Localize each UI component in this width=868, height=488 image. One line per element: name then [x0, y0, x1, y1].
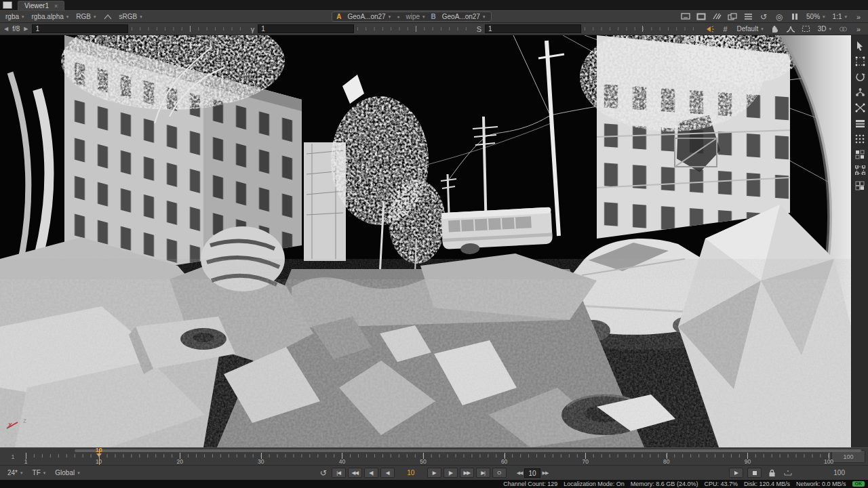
zoom-dropdown[interactable]: 50%▾	[804, 13, 827, 20]
lock-range-icon[interactable]	[766, 468, 778, 478]
stereo-modes-icon[interactable]	[837, 24, 849, 34]
saturation-input[interactable]	[485, 24, 581, 33]
gain-next-icon[interactable]: ▶	[23, 26, 28, 32]
wipe-center-icon[interactable]: ●	[397, 14, 399, 19]
rotate-view-icon[interactable]	[854, 70, 866, 83]
monitor-output-icon[interactable]	[679, 12, 692, 22]
gain-prev-icon[interactable]: ◀	[3, 26, 9, 32]
refresh-icon[interactable]: ↺	[757, 12, 770, 22]
playback-viewer-button[interactable]	[729, 468, 743, 478]
goto-start-button[interactable]: |◀	[332, 468, 346, 478]
saturation-slider[interactable]	[585, 26, 700, 32]
proxy-mode-icon[interactable]	[711, 12, 723, 22]
select-cursor-icon[interactable]	[854, 39, 866, 52]
face-select-icon[interactable]	[854, 180, 866, 192]
close-icon[interactable]: ×	[54, 3, 58, 9]
play-backward-button[interactable]: ◀	[380, 468, 395, 478]
chevron-down-icon: ▾	[22, 14, 24, 20]
scene-graph-icon[interactable]	[854, 86, 866, 98]
gamma-slider[interactable]	[357, 26, 473, 32]
channel-display-dropdown[interactable]: RGB▾	[74, 13, 98, 20]
gain-slider[interactable]	[132, 26, 247, 32]
viewer-icon	[3, 1, 12, 9]
hand-drag-icon[interactable]	[769, 24, 781, 34]
display-toggle-icon[interactable]	[102, 12, 114, 22]
ab-wipe-group: A GeoA...on27▾ ● wipe▾ B GeoA...on27▾	[332, 12, 492, 22]
timeline-frames-dropdown[interactable]: TF▾	[31, 469, 48, 476]
timeline-ruler[interactable]: 10 1102030405060708090100	[26, 452, 829, 465]
chevron-down-icon: ▾	[77, 470, 80, 476]
step-forward-icon[interactable]: ▶▶	[542, 470, 549, 476]
cache-indicator-icon[interactable]	[782, 468, 794, 478]
prev-keyframe-button[interactable]: ◀◀	[348, 468, 362, 478]
marquee-select-icon[interactable]	[854, 55, 866, 67]
gamma-label: γ	[251, 25, 255, 33]
pause-update-icon[interactable]	[789, 12, 801, 22]
pixel-aspect-dropdown[interactable]: 1:1▾	[831, 13, 849, 20]
input-b-label: B	[431, 13, 436, 20]
wireframe-grid-icon[interactable]: #	[719, 24, 732, 34]
colorspace-dropdown[interactable]: sRGB▾	[117, 13, 144, 20]
status-disk: Disk: 120.4 MB/s	[744, 481, 790, 487]
current-frame-display[interactable]: 10	[403, 469, 418, 476]
gain-mode-label[interactable]: f/8	[12, 25, 20, 33]
tab-viewer1[interactable]: Viewer1 ×	[18, 1, 64, 10]
timeline-tick-label: 100	[824, 458, 833, 465]
viewer-process-dropdown[interactable]: Default▾	[735, 25, 766, 33]
marquee-zoom-icon[interactable]	[800, 24, 812, 34]
viewer-3d-scene[interactable]: x z	[0, 35, 851, 447]
stop-render-button[interactable]	[747, 468, 762, 478]
gamma-input[interactable]	[258, 24, 354, 33]
next-keyframe-button[interactable]: ▶▶	[460, 468, 474, 478]
lut-curve-icon[interactable]	[785, 24, 797, 34]
overflow-chevron-icon[interactable]: »	[852, 24, 865, 34]
frame-range-scope-dropdown[interactable]: Global▾	[53, 469, 81, 476]
chevron-down-icon: ▾	[94, 14, 96, 20]
snap-tool-icon[interactable]	[854, 102, 866, 114]
float-window-icon[interactable]	[726, 12, 738, 22]
chevron-down-icon: ▾	[761, 26, 764, 32]
frame-increment-field[interactable]: 10	[524, 468, 540, 478]
timeline-range-start: 1	[0, 448, 26, 465]
frame-range-button[interactable]: O	[492, 468, 507, 478]
step-back-icon[interactable]: ◀◀	[517, 470, 523, 476]
next-frame-button[interactable]: |▶	[443, 468, 458, 478]
chevron-down-icon: ▾	[483, 14, 486, 20]
roi-icon[interactable]: ◎	[773, 12, 785, 22]
overflow-chevron-icon[interactable]: »	[852, 12, 865, 22]
alpha-dropdown[interactable]: rgba.alpha▾	[30, 13, 71, 20]
loop-mode-icon[interactable]: ↺	[320, 468, 327, 478]
view-select-dropdown[interactable]: 3D▾	[816, 25, 833, 33]
fps-dropdown[interactable]: 24*▾	[5, 469, 25, 476]
frame-display-icon[interactable]	[695, 12, 707, 22]
prev-frame-button[interactable]: ◀|	[364, 468, 378, 478]
layer-dropdown[interactable]: rgba▾	[3, 13, 26, 20]
gain-input[interactable]	[32, 24, 128, 33]
timeline-tick-label: 30	[258, 458, 264, 465]
play-forward-button[interactable]: ▶	[427, 468, 441, 478]
point-grid-icon[interactable]	[854, 133, 866, 145]
chevron-down-icon: ▾	[422, 14, 425, 20]
input-a-dropdown[interactable]: GeoA...on27▾	[346, 13, 393, 20]
status-bar: Channel Count: 129 Localization Mode: On…	[0, 480, 868, 488]
object-select-icon[interactable]	[854, 164, 866, 176]
timeline-tick-label: 40	[339, 458, 345, 465]
headlamp-3d-icon[interactable]	[704, 24, 716, 34]
viewer-toolbar-controls: ◀ f/8 ▶ γ S # Default▾ 3D▾ »	[0, 23, 868, 35]
timeline[interactable]: 1 10 1102030405060708090100 100	[0, 447, 868, 465]
status-localization: Localization Mode: On	[564, 481, 625, 487]
input-b-dropdown[interactable]: GeoA...on27▾	[440, 13, 488, 20]
tab-title: Viewer1	[24, 2, 49, 9]
layers-stack-icon[interactable]	[742, 12, 754, 22]
status-memory: Memory: 8.6 GB (24.0%)	[631, 481, 698, 487]
tab-bar: Viewer1 ×	[0, 0, 868, 10]
vertex-select-icon[interactable]	[854, 148, 866, 161]
viewer-toolbar-top: rgba▾ rgba.alpha▾ RGB▾ sRGB▾ A GeoA...on…	[0, 10, 868, 23]
wipe-mode-dropdown[interactable]: wipe▾	[403, 13, 427, 20]
layer-stack-icon[interactable]	[854, 117, 866, 129]
chevron-down-icon: ▾	[140, 14, 142, 20]
timeline-tick-label: 1	[24, 458, 28, 465]
viewer-viewport[interactable]: x z	[0, 35, 868, 447]
timeline-tick-label: 60	[501, 458, 507, 465]
goto-end-button[interactable]: ▶|	[476, 468, 490, 478]
